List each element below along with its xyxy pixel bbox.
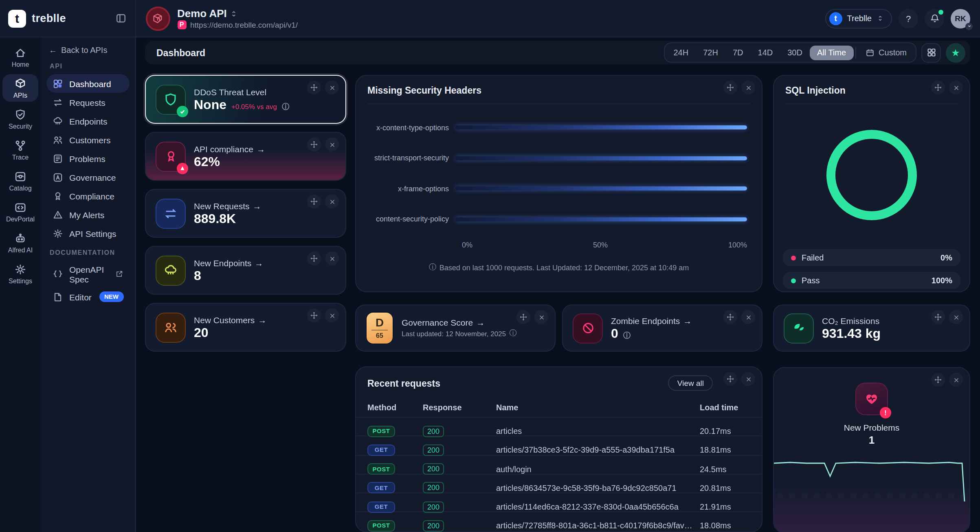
sidebar-item-governance[interactable]: Governance (46, 168, 129, 186)
sidebar-item-openapi-spec[interactable]: OpenAPI Spec (46, 261, 129, 287)
close-icon[interactable] (534, 310, 548, 324)
load-time: 21.91ms (700, 502, 762, 511)
rail-item-security[interactable]: Security (2, 105, 38, 133)
table-row[interactable]: GET200articles/8634573e-9c58-35f9-ba76-9… (356, 474, 762, 493)
rail-item-home[interactable]: Home (2, 43, 38, 71)
close-icon[interactable] (325, 81, 339, 94)
ddos-threat-card[interactable]: DDoS Threat Level None+0.05% vs avgⓘ (145, 75, 346, 124)
governance-score-card[interactable]: D 65 Governance Score→ Last updated: 12 … (355, 304, 556, 352)
close-icon[interactable] (741, 372, 755, 386)
move-icon[interactable] (723, 310, 737, 324)
move-icon[interactable] (723, 372, 737, 386)
sidebar-toggle-icon[interactable] (114, 12, 127, 24)
notifications-button[interactable] (925, 9, 944, 28)
avatar-chevron-icon (965, 22, 973, 30)
move-icon[interactable] (307, 138, 321, 151)
move-icon[interactable] (307, 252, 321, 265)
api-compliance-card[interactable]: ▲ API compliance→ 62% (145, 132, 346, 181)
move-icon[interactable] (307, 309, 321, 322)
move-icon[interactable] (931, 310, 945, 324)
header-bar[interactable] (455, 187, 747, 191)
grade-score: 65 (376, 332, 383, 339)
range-custom[interactable]: Custom (857, 45, 914, 60)
back-to-apis-link[interactable]: ← Back to APIs (49, 46, 129, 55)
sidebar-item-customers[interactable]: Customers (46, 130, 129, 149)
close-icon[interactable] (949, 310, 963, 324)
request-name: articles (496, 427, 700, 436)
close-icon[interactable] (949, 81, 963, 94)
move-icon[interactable] (931, 81, 945, 94)
range-14d[interactable]: 14D (751, 45, 780, 60)
range-24h[interactable]: 24H (666, 45, 696, 60)
move-icon[interactable] (307, 195, 321, 208)
sidebar-item-problems[interactable]: Problems (46, 149, 129, 168)
sidebar-item-dashboard[interactable]: Dashboard (46, 74, 129, 93)
favorite-button[interactable]: ★ (946, 43, 965, 62)
help-button[interactable]: ? (899, 9, 918, 28)
api-switcher[interactable]: Demo API P https://demo.treblle.com/api/… (136, 0, 308, 37)
range-all-time[interactable]: All Time (810, 45, 853, 60)
table-row[interactable]: GET200articles/114ed6ca-8212-337e-830d-0… (356, 493, 762, 512)
sidebar-item-label: My Alerts (69, 210, 104, 219)
sidebar-item-my-alerts[interactable]: My Alerts (46, 205, 129, 224)
governance-title: Governance Score (402, 317, 473, 327)
sidebar-item-requests[interactable]: Requests (46, 93, 129, 112)
layout-grid-button[interactable] (921, 43, 941, 62)
range-72h[interactable]: 72H (696, 45, 725, 60)
rail-item-settings[interactable]: Settings (2, 260, 38, 287)
table-row[interactable]: POST200auth/login24.5msLow13 seconds ago (356, 455, 762, 474)
table-row[interactable]: POST200articles/72785ff8-801a-36c1-b811-… (356, 512, 762, 531)
rail-item-apis[interactable]: APIs (2, 74, 38, 102)
rail-item-trace[interactable]: Trace (2, 136, 38, 164)
header-bar[interactable] (455, 156, 747, 160)
time-range-segment: 24H72H7D14D30DAll TimeCustom (664, 42, 917, 63)
view-all-button[interactable]: View all (668, 375, 713, 391)
sidebar-item-editor[interactable]: EditorNEW (46, 287, 129, 306)
section-label: DOCUMENTATION (50, 249, 129, 256)
bar-axis: 0%50%100% (356, 234, 762, 249)
api-sort-icon[interactable] (230, 9, 238, 18)
table-row[interactable]: POST200articles20.17msLow2 seconds ago (356, 417, 762, 436)
move-icon[interactable] (723, 81, 737, 94)
rail-item-catalog[interactable]: Catalog (2, 167, 38, 195)
stat-cards-column: DDoS Threat Level None+0.05% vs avgⓘ ▲ A… (145, 75, 346, 532)
close-icon[interactable] (325, 195, 339, 208)
header-bar[interactable] (455, 126, 747, 130)
zombie-title: Zombie Endpoints (611, 315, 680, 325)
header-bar[interactable] (455, 217, 747, 221)
close-icon[interactable] (325, 309, 339, 322)
legend-row-failed[interactable]: Failed0% (783, 249, 960, 266)
table-row[interactable]: GET200articles/37b38ce3-5f2c-39d9-a555-a… (356, 436, 762, 455)
bell-icon (929, 13, 940, 24)
rail-item-alfred-ai[interactable]: Alfred AI (2, 229, 38, 256)
close-icon[interactable] (741, 310, 755, 324)
co2-emissions-card[interactable]: CO₂ Emissions 931.43 kg (773, 304, 970, 352)
sidebar-item-compliance[interactable]: Compliance (46, 186, 129, 205)
legend-row-pass[interactable]: Pass100% (783, 272, 960, 289)
move-icon[interactable] (931, 373, 945, 387)
workspace-switcher[interactable]: t Treblle (825, 9, 892, 28)
rail-item-label: Alfred AI (8, 247, 33, 254)
method-badge: GET (367, 501, 395, 512)
close-icon[interactable] (741, 81, 755, 94)
info-icon[interactable]: ⓘ (282, 101, 289, 112)
info-icon[interactable]: ⓘ (623, 330, 631, 341)
close-icon[interactable] (325, 138, 339, 151)
new-requests-card[interactable]: New Requests→ 889.8K (145, 189, 346, 238)
close-icon[interactable] (949, 373, 963, 387)
range-7d[interactable]: 7D (725, 45, 751, 60)
range-30d[interactable]: 30D (780, 45, 810, 60)
new-customers-card[interactable]: New Customers→ 20 (145, 303, 346, 352)
rail-item-devportal[interactable]: DevPortal (2, 198, 38, 225)
zombie-endpoints-card[interactable]: Zombie Endpoints→ 0ⓘ (562, 304, 762, 352)
sidebar-item-api-settings[interactable]: API Settings (46, 224, 129, 243)
new-endpoints-card[interactable]: New Endpoints→ 8 (145, 246, 346, 295)
api-url: https://demo.treblle.com/api/v1/ (190, 20, 298, 29)
user-avatar[interactable]: RK (951, 9, 970, 28)
close-icon[interactable] (325, 252, 339, 265)
move-icon[interactable] (307, 81, 321, 94)
sidebar-item-endpoints[interactable]: Endpoints (46, 112, 129, 130)
move-icon[interactable] (516, 310, 530, 324)
governance-grade-badge: D 65 (366, 312, 393, 344)
info-icon[interactable]: ⓘ (509, 328, 516, 339)
